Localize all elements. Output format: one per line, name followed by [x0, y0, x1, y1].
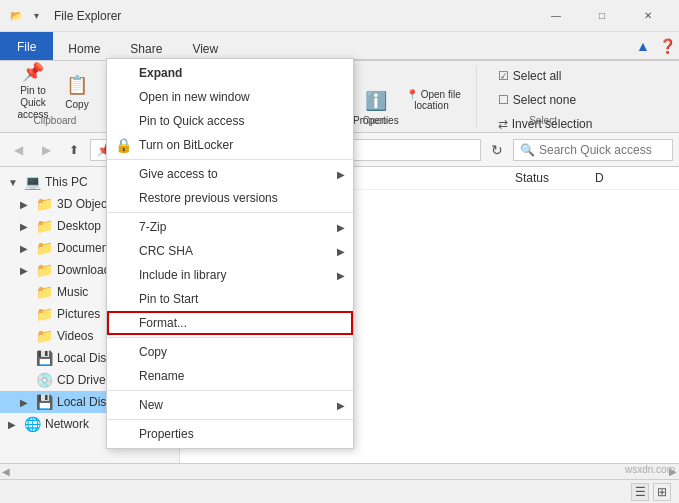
detail-view-btn[interactable]: ⊞: [653, 483, 671, 501]
select-group-label: Select: [529, 115, 557, 126]
ctx-restore[interactable]: Restore previous versions: [107, 186, 353, 210]
cddrive-icon: 💿: [36, 372, 53, 388]
ctx-crcsha[interactable]: CRC SHA ▶: [107, 239, 353, 263]
up-button[interactable]: ⬆: [62, 138, 86, 162]
window-controls: — □ ✕: [533, 0, 671, 32]
ctx-copy-label: Copy: [139, 345, 167, 359]
expand-arrow-ld2: ▶: [20, 397, 32, 408]
ctx-open-new-window-label: Open in new window: [139, 90, 250, 104]
ctx-sep4: [107, 390, 353, 391]
ctx-sep5: [107, 419, 353, 420]
sidebar-localdisk1-label: Local Disk: [57, 351, 112, 365]
ctx-open-new-window[interactable]: Open in new window: [107, 85, 353, 109]
select-all-label: Select all: [513, 69, 562, 83]
open-extra-items: 📍 Open file location: [399, 85, 468, 129]
desktop-icon: 📁: [36, 218, 53, 234]
col-status: Status: [511, 169, 591, 187]
close-button[interactable]: ✕: [625, 0, 671, 32]
localdisk2-icon: 💾: [36, 394, 53, 410]
tab-share[interactable]: Share: [115, 36, 177, 60]
ctx-sep3: [107, 337, 353, 338]
sidebar-pictures-label: Pictures: [57, 307, 100, 321]
expand-arrow-3d: ▶: [20, 199, 32, 210]
ctx-expand[interactable]: Expand: [107, 61, 353, 85]
ctx-rename-label: Rename: [139, 369, 184, 383]
expand-arrow-docs: ▶: [20, 243, 32, 254]
ctx-7zip-arrow: ▶: [337, 222, 345, 233]
ctx-include-library-arrow: ▶: [337, 270, 345, 281]
open-location-btn[interactable]: 📍 Open file location: [399, 85, 468, 115]
ctx-properties[interactable]: Properties: [107, 422, 353, 446]
sidebar-cddrive-label: CD Drive: [57, 373, 106, 387]
select-none-label: Select none: [513, 93, 576, 107]
ctx-give-access-label: Give access to: [139, 167, 218, 181]
back-button[interactable]: ◀: [6, 138, 30, 162]
expand-arrow-desktop: ▶: [20, 221, 32, 232]
ctx-new[interactable]: New ▶: [107, 393, 353, 417]
tab-file[interactable]: File: [0, 32, 53, 60]
bitlocker-icon: 🔒: [115, 137, 132, 153]
quick-access-toolbar-icon: 📂: [8, 8, 24, 24]
title-bar-arrow: ▾: [28, 8, 44, 24]
3dobjects-icon: 📁: [36, 196, 53, 212]
ctx-sep2: [107, 212, 353, 213]
sidebar-desktop-label: Desktop: [57, 219, 101, 233]
watermark: wsxdn.com: [625, 464, 675, 475]
sidebar-localdisk2-label: Local Disk: [57, 395, 112, 409]
ribbon-group-select: ☑ Select all ☐ Select none ⇄ Invert sele…: [479, 65, 608, 128]
ctx-crcsha-label: CRC SHA: [139, 244, 193, 258]
ctx-include-library-label: Include in library: [139, 268, 226, 282]
ctx-expand-label: Expand: [139, 66, 182, 80]
ctx-pin-quick[interactable]: Pin to Quick access: [107, 109, 353, 133]
pictures-icon: 📁: [36, 306, 53, 322]
ctx-copy[interactable]: Copy: [107, 340, 353, 364]
ctx-new-label: New: [139, 398, 163, 412]
pin-icon: 📌: [21, 61, 45, 83]
expand-arrow-net: ▶: [8, 419, 20, 430]
ribbon-collapse-icon[interactable]: ▲: [631, 32, 655, 60]
sidebar-network-label: Network: [45, 417, 89, 431]
context-menu: Expand Open in new window Pin to Quick a…: [106, 58, 354, 449]
ctx-properties-label: Properties: [139, 427, 194, 441]
minimize-button[interactable]: —: [533, 0, 579, 32]
list-view-btn[interactable]: ☰: [631, 483, 649, 501]
copy-icon: 📋: [65, 73, 89, 97]
sidebar-music-label: Music: [57, 285, 88, 299]
title-bar-left: 📂 ▾ File Explorer: [8, 8, 121, 24]
ctx-crcsha-arrow: ▶: [337, 246, 345, 257]
ctx-7zip[interactable]: 7-Zip ▶: [107, 215, 353, 239]
scroll-left-btn[interactable]: ◀: [2, 466, 10, 477]
maximize-button[interactable]: □: [579, 0, 625, 32]
tab-home[interactable]: Home: [53, 36, 115, 60]
select-none-btn[interactable]: ☐ Select none: [491, 89, 600, 111]
sidebar-thispc-label: This PC: [45, 175, 88, 189]
ctx-7zip-label: 7-Zip: [139, 220, 166, 234]
ctx-new-arrow: ▶: [337, 400, 345, 411]
select-items: ☑ Select all ☐ Select none ⇄ Invert sele…: [487, 65, 600, 149]
pin-to-quick-button[interactable]: 📌 Pin to Quickaccess: [12, 65, 54, 117]
videos-icon: 📁: [36, 328, 53, 344]
documents-icon: 📁: [36, 240, 53, 256]
music-icon: 📁: [36, 284, 53, 300]
view-buttons: ☰ ⊞: [631, 483, 671, 501]
ctx-format[interactable]: Format...: [107, 311, 353, 335]
expand-arrow-dl: ▶: [20, 265, 32, 276]
help-icon[interactable]: ❓: [655, 32, 679, 60]
ctx-pin-quick-label: Pin to Quick access: [139, 114, 244, 128]
thispc-icon: 💻: [24, 174, 41, 190]
ctx-pin-start[interactable]: Pin to Start: [107, 287, 353, 311]
ctx-restore-label: Restore previous versions: [139, 191, 278, 205]
ctx-include-library[interactable]: Include in library ▶: [107, 263, 353, 287]
ctx-pin-start-label: Pin to Start: [139, 292, 198, 306]
ctx-give-access[interactable]: Give access to ▶: [107, 162, 353, 186]
forward-button[interactable]: ▶: [34, 138, 58, 162]
tab-view[interactable]: View: [177, 36, 233, 60]
copy-button[interactable]: 📋 Copy: [56, 65, 98, 117]
status-bar: ☰ ⊞: [0, 479, 679, 503]
localdisk1-icon: 💾: [36, 350, 53, 366]
ctx-bitlocker[interactable]: 🔒 Turn on BitLocker: [107, 133, 353, 157]
select-all-btn[interactable]: ☑ Select all: [491, 65, 600, 87]
ctx-rename[interactable]: Rename: [107, 364, 353, 388]
ctx-format-label: Format...: [139, 316, 187, 330]
h-scrollbar[interactable]: ◀ ▶: [0, 463, 679, 479]
